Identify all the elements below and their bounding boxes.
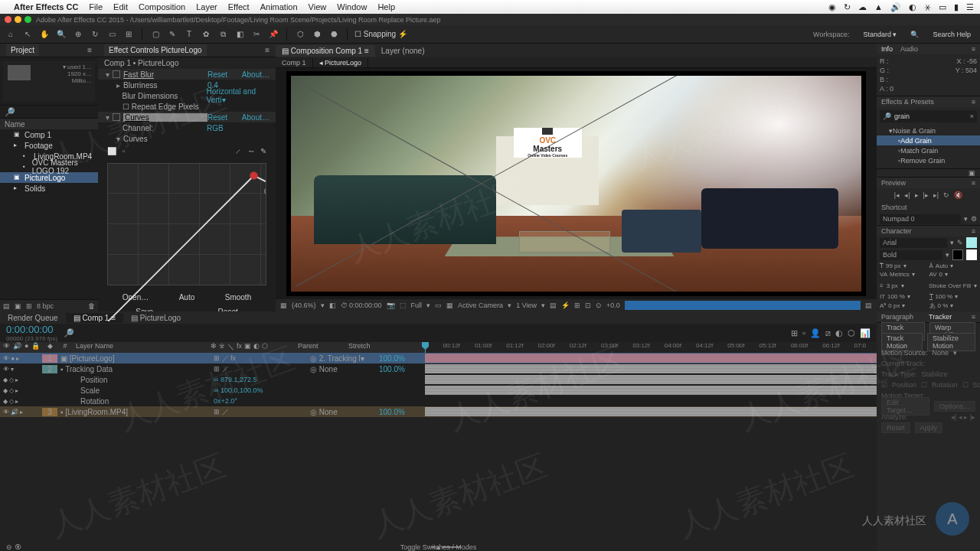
eyedropper-icon[interactable]: ✎ bbox=[957, 239, 963, 246]
ep-add-grain[interactable]: ▫ Add Grain bbox=[877, 135, 980, 145]
eraser-tool[interactable]: ◧ bbox=[234, 28, 246, 41]
frame-blend-icon[interactable]: ⧄ bbox=[825, 328, 831, 338]
new-folder-icon[interactable]: ▣ bbox=[15, 302, 21, 310]
orbit-tool[interactable]: ⊕ bbox=[72, 28, 84, 41]
ep-folder[interactable]: ▾ Noise & Grain bbox=[877, 126, 980, 135]
flowchart-picturelogo[interactable]: ◂ PictureLogo bbox=[313, 58, 369, 67]
about-link[interactable]: About… bbox=[242, 70, 270, 79]
delete-icon[interactable]: 🗑 bbox=[88, 302, 95, 310]
viewer-canvas[interactable]: OVC Masters Online Video Courses bbox=[286, 71, 866, 296]
curve-draw-icon[interactable]: ⬜ bbox=[107, 147, 116, 155]
mask-rect-tool[interactable]: ▢ bbox=[149, 28, 162, 41]
bt-icon[interactable]: ⚹ bbox=[924, 2, 931, 12]
info-tab[interactable]: Info bbox=[881, 45, 893, 53]
last-frame-icon[interactable]: ▸| bbox=[933, 191, 939, 199]
pixel-aspect-icon[interactable]: ▤ bbox=[550, 302, 557, 309]
kerning[interactable]: Metrics bbox=[890, 271, 910, 278]
roto-tool[interactable]: ✂ bbox=[250, 28, 263, 41]
display-icon[interactable]: ▭ bbox=[939, 2, 946, 12]
menu-help[interactable]: Help bbox=[377, 2, 395, 11]
snapping-toggle[interactable]: ☐ Snapping ⚡ bbox=[354, 30, 407, 38]
fx-toggle[interactable] bbox=[113, 113, 120, 121]
zoom-tool[interactable]: 🔍 bbox=[55, 28, 67, 41]
parent-col[interactable]: Parent bbox=[279, 342, 348, 353]
close-window[interactable] bbox=[5, 16, 11, 23]
ovc-logo-layer[interactable]: OVC Masters Online Video Courses bbox=[514, 128, 582, 158]
baseline[interactable]: 0 px bbox=[888, 302, 900, 309]
curve-linear-icon[interactable]: ∼ bbox=[248, 147, 254, 155]
menu-composition[interactable]: Composition bbox=[139, 2, 185, 11]
spotlight-icon[interactable]: ☰ bbox=[966, 2, 974, 12]
resolution-dropdown[interactable]: Full bbox=[411, 302, 423, 309]
settings-icon[interactable]: ⚙ bbox=[971, 215, 977, 223]
layer-row-livingroom[interactable]: 👁 🔊 ▸3▪ [LivingRoom.MP4]⊞ ／◎ None100.0% bbox=[0, 406, 877, 417]
panel-menu-icon[interactable]: ▤ bbox=[865, 302, 872, 309]
curve-smooth-icon[interactable]: ▫ bbox=[122, 147, 126, 155]
puppet-tool[interactable]: 📌 bbox=[267, 28, 279, 41]
battery-icon[interactable]: ▮ bbox=[954, 2, 959, 12]
menu-window[interactable]: Window bbox=[337, 2, 367, 11]
view-layout-dropdown[interactable]: 1 View bbox=[516, 302, 537, 309]
time-ruler[interactable]: 00:12f 01:00f 01:12f 02:00f 02:12f 03:00… bbox=[425, 342, 877, 353]
cc-icon[interactable]: ◉ bbox=[828, 2, 836, 12]
new-bin-icon[interactable]: ▣ bbox=[969, 169, 975, 177]
collapse-icon[interactable]: ▾ bbox=[106, 113, 109, 122]
cloud-icon[interactable]: ☁ bbox=[858, 2, 867, 12]
hand-tool[interactable]: ✋ bbox=[38, 28, 51, 41]
audio-col[interactable]: 🔊 bbox=[13, 342, 21, 353]
project-tab[interactable]: Project bbox=[6, 44, 39, 56]
menu-view[interactable]: View bbox=[309, 2, 327, 11]
brainstorm-icon[interactable]: ⬡ bbox=[848, 328, 855, 338]
ep-search-input[interactable]: grain bbox=[894, 112, 970, 120]
effect-fastblur[interactable]: Fast Blur bbox=[123, 70, 207, 79]
app-menu[interactable]: After Effects CC bbox=[14, 2, 78, 11]
clone-tool[interactable]: ⧉ bbox=[217, 28, 229, 41]
world-axis[interactable]: ⬢ bbox=[311, 28, 323, 41]
flowchart-comp1[interactable]: Comp 1 bbox=[276, 58, 313, 67]
menu-layer[interactable]: Layer bbox=[196, 2, 217, 11]
layername-col[interactable]: Layer Name bbox=[73, 342, 211, 353]
font-style-dropdown[interactable]: Bold bbox=[880, 250, 942, 260]
panel-menu-icon[interactable]: ≡ bbox=[87, 46, 92, 54]
bpc-toggle[interactable]: 8 bpc bbox=[37, 302, 54, 310]
brush-tool[interactable]: ✿ bbox=[200, 28, 212, 41]
fast-preview-icon[interactable]: ⚡ bbox=[561, 302, 570, 309]
pen-tool[interactable]: ✎ bbox=[166, 28, 178, 41]
user-icon[interactable]: ▲ bbox=[874, 2, 883, 12]
prop-position[interactable]: ◆ ◇ ▸Position∞ 879.1,272.5 bbox=[0, 374, 877, 385]
mute-icon[interactable]: 🔇 bbox=[954, 191, 962, 199]
render-queue-tab[interactable]: Render Queue bbox=[0, 313, 66, 323]
local-axis[interactable]: ⬡ bbox=[294, 28, 306, 41]
project-col-name[interactable]: Name bbox=[0, 119, 98, 129]
clear-search-icon[interactable]: × bbox=[970, 112, 974, 120]
layer-row-picturelogo[interactable]: 👁 ● ▸1▣ [PictureLogo]⊞ ／ fx◎ 2. Tracking… bbox=[0, 353, 877, 364]
sync-icon[interactable]: ↻ bbox=[844, 2, 851, 12]
panel-menu-icon[interactable]: ≡ bbox=[972, 227, 975, 235]
preview-tab[interactable]: Preview bbox=[881, 179, 906, 187]
audio-tab[interactable]: Audio bbox=[900, 45, 918, 53]
panel-menu-icon[interactable]: ≡ bbox=[972, 179, 975, 187]
selection-tool[interactable]: ↖ bbox=[21, 28, 34, 41]
reset-exp-icon[interactable]: ⊙ bbox=[596, 302, 602, 309]
ep-remove-grain[interactable]: ▫ Remove Grain bbox=[877, 155, 980, 165]
ep-match-grain[interactable]: ▫ Match Grain bbox=[877, 145, 980, 155]
text-tool[interactable]: T bbox=[183, 28, 195, 41]
camera-dropdown[interactable]: Active Camera bbox=[458, 302, 503, 309]
project-folder-footage[interactable]: ▸Footage bbox=[0, 140, 98, 151]
prop-rotation[interactable]: ◆ ◇ ▸Rotation0x+2.0° bbox=[0, 396, 877, 406]
minimize-window[interactable] bbox=[15, 16, 21, 23]
menu-file[interactable]: File bbox=[89, 2, 103, 11]
effect-curves[interactable]: Curves bbox=[123, 113, 207, 122]
stroke-swatch[interactable] bbox=[952, 249, 963, 260]
character-tab[interactable]: Character bbox=[881, 227, 912, 235]
tracker-apply-btn[interactable]: Apply bbox=[915, 422, 943, 433]
panel-menu-icon[interactable]: ≡ bbox=[265, 46, 270, 54]
solo-col[interactable]: ● bbox=[24, 342, 28, 353]
vscale[interactable]: 100 % bbox=[887, 293, 905, 300]
reset-link[interactable]: Reset bbox=[207, 113, 227, 122]
transparency-grid-icon[interactable]: ▦ bbox=[446, 302, 453, 309]
project-search[interactable]: 🔎 bbox=[0, 105, 98, 119]
bg-swatch[interactable] bbox=[966, 249, 977, 260]
channel-dropdown[interactable]: RGB bbox=[207, 124, 224, 132]
ep-tab[interactable]: Effects & Presets bbox=[881, 98, 934, 106]
